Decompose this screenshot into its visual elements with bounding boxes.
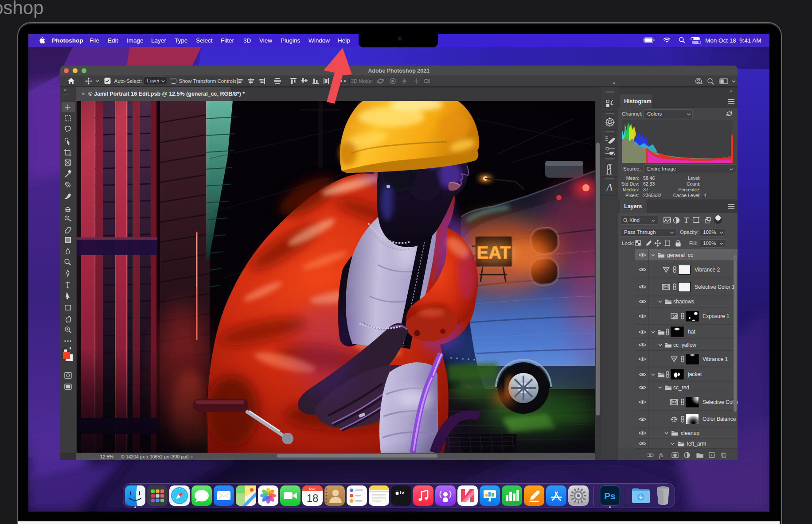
svg-text:Ps: Ps — [604, 491, 616, 501]
svg-text:18: 18 — [307, 492, 319, 504]
svg-text:A: A — [605, 182, 613, 193]
svg-text:fx: fx — [659, 452, 664, 458]
svg-text:tv: tv — [400, 490, 405, 495]
svg-text:OCT: OCT — [309, 487, 316, 491]
